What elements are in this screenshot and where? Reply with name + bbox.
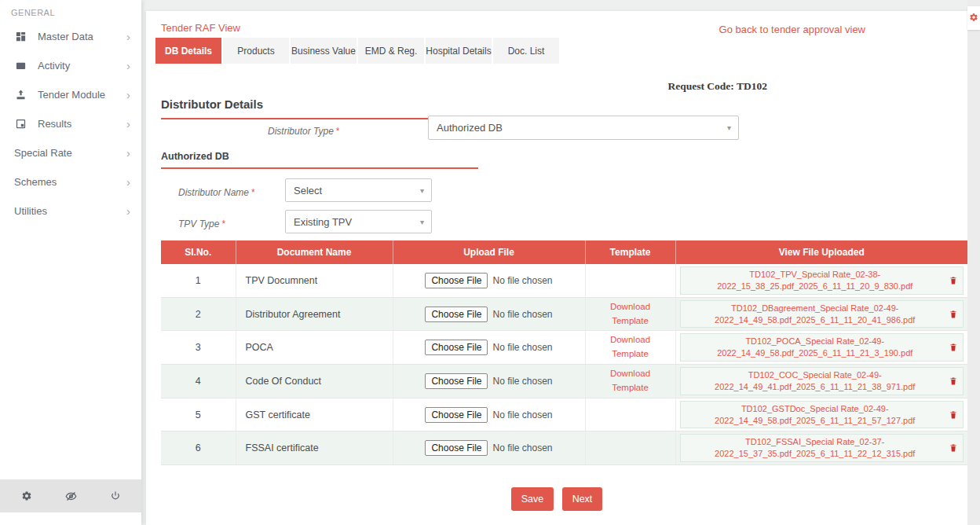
delete-file-icon[interactable]	[949, 410, 959, 420]
panel-settings-button[interactable]	[967, 6, 980, 30]
cell-view-file: TD102_FSSAI_Special Rate_02-37-2022_15_3…	[675, 431, 967, 465]
tab-bar: DB Details Products Business Value EMD &…	[155, 38, 559, 64]
delete-file-icon[interactable]	[949, 310, 959, 319]
cell-document-name: Code Of Conduct	[236, 365, 393, 398]
no-file-chosen-text: No file chosen	[492, 275, 552, 286]
choose-file-input[interactable]: Choose File No file chosen	[425, 373, 552, 389]
tab-business-value[interactable]: Business Value	[291, 38, 357, 64]
choose-file-input[interactable]: Choose File No file chosen	[425, 273, 552, 288]
chevron-right-icon: ›	[126, 60, 130, 72]
tpv-type-select[interactable]: Existing TPV ▾	[285, 210, 432, 233]
cell-template: Download Template	[585, 331, 675, 365]
settings-icon[interactable]	[20, 490, 32, 502]
distributor-name-label: Distributor Name*	[178, 187, 255, 198]
cell-template	[585, 431, 675, 465]
uploaded-file-link[interactable]: TD102_FSSAI_Special Rate_02-37-2022_15_3…	[685, 436, 946, 460]
visibility-off-icon[interactable]	[65, 490, 77, 502]
delete-file-icon[interactable]	[949, 443, 959, 453]
uploaded-file-box: TD102_TPV_Special Rate_02-38-2022_15_38_…	[680, 266, 964, 295]
tab-emd-reg-[interactable]: EMD & Reg.	[358, 38, 424, 64]
cell-sl-no: 2	[161, 297, 236, 331]
delete-file-icon[interactable]	[949, 376, 959, 386]
download-template-link[interactable]: Download Template	[603, 300, 658, 329]
go-back-link[interactable]: Go back to tender approval view	[719, 24, 865, 35]
no-file-chosen-text: No file chosen	[492, 409, 552, 420]
sidebar-item-utilities[interactable]: Utilities ›	[0, 196, 141, 226]
choose-file-button[interactable]: Choose File	[425, 407, 488, 423]
tab-db-details[interactable]: DB Details	[155, 38, 221, 64]
download-template-link[interactable]: Download Template	[603, 333, 658, 362]
sidebar-item-special-rate[interactable]: Special Rate ›	[0, 138, 141, 167]
sidebar-item-label: Utilities	[14, 205, 47, 217]
grid-icon	[14, 31, 27, 43]
tender-raf-view-link[interactable]: Tender RAF View	[161, 22, 240, 34]
table-row: 4 Code Of Conduct Choose File No file ch…	[161, 365, 967, 398]
tab-hospital-details[interactable]: Hospital Details	[426, 38, 492, 64]
cell-view-file: TD102_DBagreement_Special Rate_02-49-202…	[675, 297, 967, 331]
tab-doc-list[interactable]: Doc. List	[493, 38, 559, 64]
cell-view-file: TD102_TPV_Special Rate_02-38-2022_15_38_…	[675, 264, 967, 297]
download-template-link[interactable]: Download Template	[603, 367, 658, 395]
choose-file-input[interactable]: Choose File No file chosen	[425, 407, 552, 423]
cell-document-name: TPV Documnent	[236, 264, 393, 297]
frame-icon	[14, 118, 27, 130]
cell-view-file: TD102_GSTDoc_Special Rate_02-49-2022_14_…	[675, 398, 967, 431]
required-asterisk: *	[251, 187, 255, 198]
power-icon[interactable]	[109, 490, 121, 502]
choose-file-input[interactable]: Choose File No file chosen	[425, 307, 552, 322]
uploaded-file-link[interactable]: TD102_DBagreement_Special Rate_02-49-202…	[685, 303, 946, 326]
next-button[interactable]: Next	[562, 487, 603, 511]
uploaded-file-link[interactable]: TD102_GSTDoc_Special Rate_02-49-2022_14_…	[685, 403, 946, 427]
sidebar-item-activity[interactable]: Activity ›	[0, 51, 141, 80]
sidebar-item-label: Activity	[38, 60, 70, 72]
sidebar-item-schemes[interactable]: Schemes ›	[0, 167, 141, 196]
sidebar-item-master-data[interactable]: Master Data ›	[0, 22, 141, 51]
sidebar-item-label: Schemes	[14, 176, 57, 188]
tab-products[interactable]: Products	[223, 38, 289, 64]
choose-file-button[interactable]: Choose File	[425, 307, 488, 322]
distributor-name-select[interactable]: Select ▾	[285, 178, 432, 202]
tpv-type-value: Existing TPV	[294, 216, 352, 228]
choose-file-button[interactable]: Choose File	[425, 340, 488, 355]
chevron-down-icon: ▾	[727, 123, 738, 132]
section-title-authorized-db: Authorized DB	[161, 151, 478, 169]
delete-file-icon[interactable]	[949, 276, 959, 285]
column-header: Document Name	[236, 240, 393, 264]
column-header: View File Uploaded	[675, 240, 967, 264]
tab-label: DB Details	[165, 46, 212, 57]
choose-file-input[interactable]: Choose File No file chosen	[425, 340, 552, 355]
cell-document-name: POCA	[236, 331, 393, 365]
uploaded-file-link[interactable]: TD102_TPV_Special Rate_02-38-2022_15_38_…	[685, 269, 946, 292]
uploaded-file-box: TD102_POCA_Special Rate_02-49-2022_14_49…	[680, 333, 964, 362]
table-row: 1 TPV Documnent Choose File No file chos…	[161, 264, 967, 297]
delete-file-icon[interactable]	[949, 343, 959, 352]
cell-sl-no: 3	[161, 331, 236, 365]
choose-file-button[interactable]: Choose File	[425, 373, 488, 389]
uploaded-file-link[interactable]: TD102_POCA_Special Rate_02-49-2022_14_49…	[685, 336, 946, 359]
column-header: Sl.No.	[161, 240, 236, 264]
upload-icon	[14, 89, 27, 101]
distributor-type-select[interactable]: Authorized DB ▾	[428, 116, 739, 140]
no-file-chosen-text: No file chosen	[492, 442, 552, 453]
no-file-chosen-text: No file chosen	[492, 342, 552, 353]
cell-document-name: Distributor Agreement	[236, 297, 393, 331]
choose-file-button[interactable]: Choose File	[425, 273, 488, 288]
cell-upload-file: Choose File No file chosen	[393, 431, 585, 465]
choose-file-button[interactable]: Choose File	[425, 440, 488, 456]
uploaded-file-link[interactable]: TD102_COC_Special Rate_02-49-2022_14_49_…	[685, 369, 946, 393]
save-button[interactable]: Save	[511, 487, 554, 511]
sidebar-item-tender-module[interactable]: Tender Module ›	[0, 80, 141, 109]
sidebar-item-results[interactable]: Results ›	[0, 109, 141, 138]
sidebar-nav: Master Data › Activity › Tender Module ›…	[0, 22, 141, 226]
chevron-down-icon: ▾	[420, 186, 431, 195]
table-row: 5 GST certificate Choose File No file ch…	[161, 398, 967, 431]
sidebar-item-label: Results	[38, 118, 71, 130]
choose-file-input[interactable]: Choose File No file chosen	[425, 440, 552, 456]
cell-upload-file: Choose File No file chosen	[393, 297, 585, 331]
chevron-right-icon: ›	[126, 118, 130, 130]
documents-table: Sl.No.Document NameUpload FileTemplateVi…	[161, 240, 967, 465]
required-asterisk: *	[336, 126, 340, 137]
no-file-chosen-text: No file chosen	[492, 309, 552, 320]
cell-template	[585, 264, 675, 297]
table-header-row: Sl.No.Document NameUpload FileTemplateVi…	[161, 240, 967, 264]
